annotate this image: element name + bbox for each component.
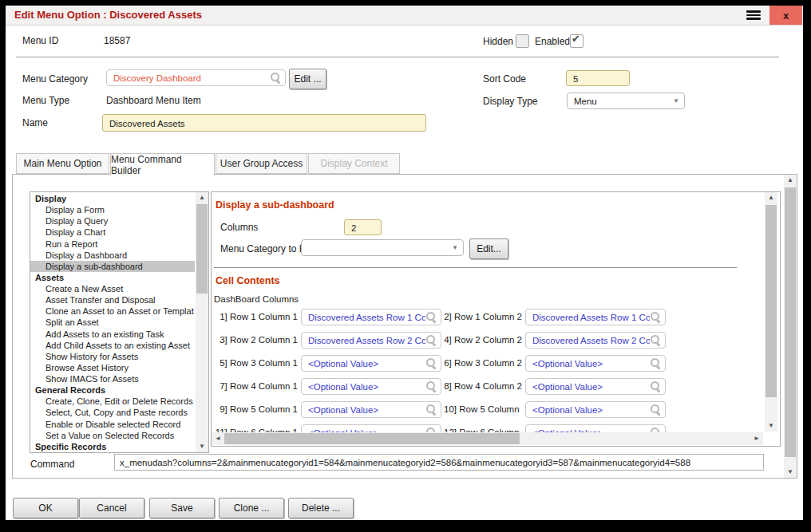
scroll-left-icon[interactable]: ◄ xyxy=(212,432,224,445)
search-icon[interactable] xyxy=(650,357,662,369)
tab-display-context[interactable]: Display Context xyxy=(308,153,400,174)
list-item[interactable]: Set a Value on Selected Records xyxy=(30,430,195,441)
sort-code-field[interactable]: 5 xyxy=(566,70,630,86)
menu-category-field[interactable]: Discovery Dashboard xyxy=(106,69,286,86)
cell-lookup-field[interactable]: Discovered Assets Row 2 Colum xyxy=(301,332,441,349)
list-item[interactable]: Clone an Asset to an Asset or Templat xyxy=(30,305,195,317)
scroll-up-icon[interactable]: ▲ xyxy=(784,175,797,186)
cell-lookup-field[interactable]: Discovered Assets Row 1 Colum xyxy=(301,309,441,325)
cell-lookup-field[interactable]: <Optional Value> xyxy=(525,401,666,418)
list-item[interactable]: Create, Clone, Edit or Delete Records xyxy=(30,396,195,407)
cell-lookup-field[interactable]: <Optional Value> xyxy=(301,401,441,418)
hidden-checkbox[interactable]: ✔ xyxy=(516,34,529,48)
list-item[interactable]: Add Assets to an existing Task xyxy=(30,329,195,340)
save-button[interactable]: Save xyxy=(149,498,215,518)
scroll-down-icon[interactable]: ▼ xyxy=(765,420,777,432)
list-item[interactable]: Display a Dashboard xyxy=(30,250,195,261)
list-item[interactable]: Create a New Asset xyxy=(30,283,195,294)
list-scrollbar-thumb[interactable] xyxy=(196,204,208,294)
cell-label: 8] Row 4 Column 2 xyxy=(444,378,522,395)
hamburger-icon xyxy=(746,9,761,22)
sort-code-label: Sort Code xyxy=(483,73,526,85)
display-type-dropdown[interactable]: Menu ▼ xyxy=(567,93,685,109)
search-icon[interactable] xyxy=(650,334,662,346)
cell-value: <Optional Value> xyxy=(308,382,425,392)
scroll-up-icon[interactable]: ▲ xyxy=(765,192,777,203)
search-icon[interactable] xyxy=(425,311,437,323)
tab-user-group-access[interactable]: User Group Access xyxy=(216,153,307,174)
list-item[interactable]: Select, Cut, Copy and Paste records xyxy=(30,407,195,418)
cell-label: 4] Row 2 Column 2 xyxy=(444,332,522,349)
search-icon[interactable] xyxy=(425,334,437,346)
outer-scrollbar-thumb[interactable] xyxy=(785,187,796,457)
list-group-header: General Records xyxy=(30,384,195,396)
cell-lookup-field[interactable]: <Optional Value> xyxy=(301,355,441,372)
close-button[interactable]: x xyxy=(769,6,802,25)
scroll-up-icon[interactable]: ▲ xyxy=(196,192,208,203)
panel-heading: Display a sub-dashboard xyxy=(216,199,334,211)
cell-lookup-field[interactable]: <Optional Value> xyxy=(525,378,666,395)
list-item[interactable]: Asset Transfer and Disposal xyxy=(30,294,195,305)
cell-lookup-field[interactable]: <Optional Value> xyxy=(525,355,666,372)
search-icon[interactable] xyxy=(650,404,662,416)
ok-button[interactable]: OK xyxy=(13,498,78,518)
cell-label: 3] Row 2 Column 1 xyxy=(209,332,298,349)
name-label: Name xyxy=(22,117,48,128)
menu-category-label: Menu Category xyxy=(22,73,88,85)
menu-category-to-edit-edit-button[interactable]: Edit... xyxy=(469,238,508,259)
list-item[interactable]: Display a Query xyxy=(30,215,195,227)
name-field[interactable]: Discovered Assets xyxy=(102,114,426,132)
chevron-down-icon: ▼ xyxy=(452,244,458,251)
list-item[interactable]: Show IMACS for Assets xyxy=(30,373,195,384)
cell-label: 1] Row 1 Column 1 xyxy=(209,309,298,325)
command-field[interactable]: x_menudash?columns=2&mainmenucategoryid1… xyxy=(114,454,764,471)
enabled-checkbox[interactable]: ✔ xyxy=(570,34,584,48)
cell-value: Discovered Assets Row 1 Colum xyxy=(308,313,425,322)
delete-button[interactable]: Delete ... xyxy=(288,498,354,518)
search-icon[interactable] xyxy=(650,380,662,392)
search-icon[interactable] xyxy=(270,72,282,84)
cancel-button[interactable]: Cancel xyxy=(79,498,144,518)
panel-hscrollbar-thumb[interactable] xyxy=(224,433,520,444)
tab-menu-command-builder[interactable]: Menu Command Builder xyxy=(110,153,215,175)
chevron-down-icon: ▼ xyxy=(673,97,679,104)
cell-lookup-field[interactable]: Discovered Assets Row 2 Colum xyxy=(525,332,666,349)
list-group-header: Specific Records xyxy=(30,441,195,451)
checkmark-icon: ✔ xyxy=(572,33,580,45)
cell-label: 9] Row 5 Column 1 xyxy=(209,401,298,418)
list-item[interactable]: Show History for Assets xyxy=(30,351,195,362)
panel-scrollbar-thumb[interactable] xyxy=(766,205,777,397)
columns-label: Columns xyxy=(220,222,258,233)
list-item[interactable]: Display a Form xyxy=(30,204,195,215)
menu-category-to-edit-dropdown[interactable]: ▼ xyxy=(301,239,464,256)
list-item[interactable]: Display a sub-dashboard xyxy=(30,261,195,272)
hidden-label: Hidden xyxy=(483,36,513,47)
list-group-header: Display xyxy=(30,193,195,204)
cell-value: Discovered Assets Row 2 Colum xyxy=(308,336,425,345)
menu-type-value: Dashboard Menu Item xyxy=(106,95,201,106)
list-item[interactable]: Browse Asset History xyxy=(30,362,195,373)
tab-main-menu-option[interactable]: Main Menu Option xyxy=(16,153,109,174)
list-item[interactable]: Run a Report xyxy=(30,238,195,250)
scroll-down-icon[interactable]: ▼ xyxy=(196,441,208,452)
clone-button[interactable]: Clone ... xyxy=(219,498,284,518)
window-menu-button[interactable] xyxy=(738,6,769,25)
list-group-header: Assets xyxy=(30,272,195,283)
cell-lookup-field[interactable]: <Optional Value> xyxy=(301,378,441,395)
list-item[interactable]: Enable or Disable selected Record xyxy=(30,419,195,430)
search-icon[interactable] xyxy=(425,404,437,416)
cell-value: <Optional Value> xyxy=(532,382,650,392)
list-item[interactable]: Add Child Assets to an existing Asset xyxy=(30,340,195,351)
cell-lookup-field[interactable]: Discovered Assets Row 1 Colum xyxy=(525,309,666,325)
search-icon[interactable] xyxy=(425,380,437,392)
scroll-right-icon[interactable]: ► xyxy=(751,432,762,445)
list-item[interactable]: Split an Asset xyxy=(30,317,195,328)
scroll-down-icon[interactable]: ▼ xyxy=(784,467,797,478)
cell-label: 2] Row 1 Column 2 xyxy=(444,309,522,325)
columns-field[interactable]: 2 xyxy=(344,219,382,235)
search-icon[interactable] xyxy=(425,357,437,369)
menu-category-edit-button[interactable]: Edit ... xyxy=(289,69,326,89)
cell-label: 10] Row 5 Column 2 xyxy=(444,401,522,418)
list-item[interactable]: Display a Chart xyxy=(30,227,195,238)
search-icon[interactable] xyxy=(650,311,662,323)
